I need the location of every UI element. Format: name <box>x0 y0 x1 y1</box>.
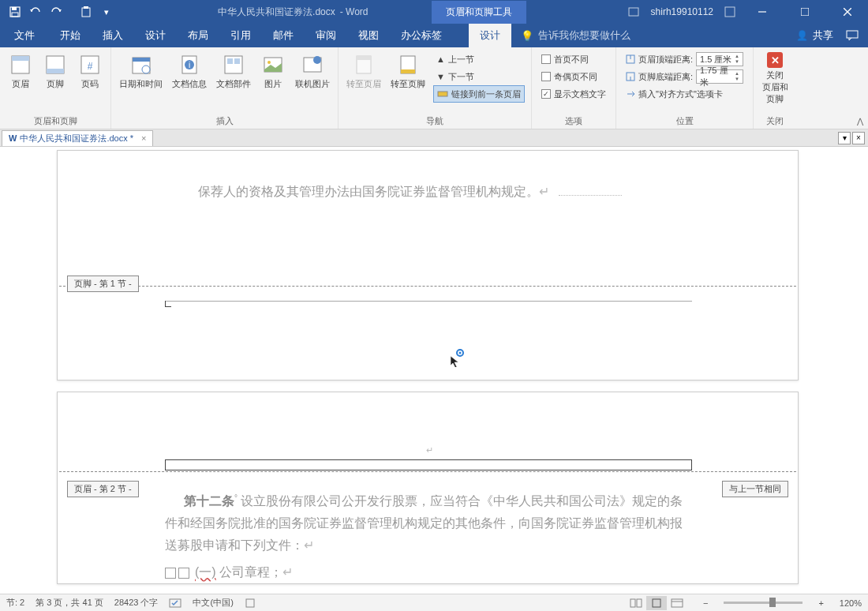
document-editor[interactable]: 保荐人的资格及其管理办法由国务院证券监督管理机构规定。↵ 页脚 - 第 1 节 … <box>0 147 868 594</box>
svg-point-30 <box>313 56 321 64</box>
status-page[interactable]: 第 3 页，共 41 页 <box>36 597 103 609</box>
zoom-out-button[interactable]: − <box>698 598 713 608</box>
close-window-button[interactable] <box>832 0 863 24</box>
svg-rect-11 <box>847 31 858 38</box>
svg-point-42 <box>459 352 462 354</box>
header-icon <box>8 52 33 77</box>
doc-parts-button[interactable]: 文档部件 <box>211 49 256 92</box>
view-buttons <box>626 596 687 610</box>
svg-rect-45 <box>630 599 635 607</box>
next-section-button[interactable]: ▼下一节 <box>433 68 525 85</box>
header-edit-box[interactable] <box>165 459 692 470</box>
header-button[interactable]: 页眉 <box>3 49 38 92</box>
tab-references[interactable]: 引用 <box>219 24 262 47</box>
tab-dropdown-button[interactable]: ▾ <box>838 132 851 144</box>
tellme-search[interactable]: 💡 告诉我你想要做什么 <box>511 28 796 43</box>
ribbon-display-icon[interactable] <box>724 6 735 17</box>
page-number-button[interactable]: # 页码 <box>73 49 107 92</box>
tab-hf-design[interactable]: 设计 <box>469 24 511 47</box>
statusbar: 节: 2 第 3 页，共 41 页 28423 个字 中文(中国) − + 12… <box>0 594 868 611</box>
svg-rect-3 <box>82 8 90 17</box>
touch-mode-icon[interactable] <box>627 6 640 17</box>
tab-office-tab[interactable]: 办公标签 <box>390 24 453 47</box>
mouse-cursor <box>449 348 465 367</box>
svg-rect-34 <box>401 69 415 73</box>
svg-rect-25 <box>227 58 233 64</box>
picture-button[interactable]: 图片 <box>256 49 290 92</box>
tab-mailings[interactable]: 邮件 <box>262 24 305 47</box>
page-2: ↵ 页眉 - 第 2 节 - 与上一节相同 第十二条° 设立股份有限公司公开发行… <box>57 392 799 584</box>
read-mode-button[interactable] <box>626 596 646 610</box>
tab-layout[interactable]: 布局 <box>177 24 219 47</box>
close-icon: ✕ <box>767 52 783 68</box>
collapse-ribbon-button[interactable]: ⋀ <box>857 117 863 126</box>
ribbon-group-headerfooter: 页眉 页脚 # 页码 页眉和页脚 <box>0 47 111 129</box>
link-previous-button[interactable]: 链接到前一条页眉 <box>433 85 525 103</box>
redo-button[interactable] <box>46 2 66 22</box>
status-section[interactable]: 节: 2 <box>6 597 24 609</box>
svg-rect-2 <box>12 13 18 17</box>
diff-odd-even-checkbox[interactable]: 奇偶页不同 <box>538 68 609 85</box>
macro-record-icon[interactable] <box>245 598 256 609</box>
share-button[interactable]: 共享 <box>813 28 833 43</box>
close-header-footer-button[interactable]: ✕ 关闭 页眉和页脚 <box>757 49 793 108</box>
doc-info-button[interactable]: i 文档信息 <box>167 49 211 92</box>
document-tab[interactable]: W 中华人民共和国证券法.docx * × <box>2 130 153 146</box>
footer-section-1-tag: 页脚 - 第 1 节 - <box>67 276 139 292</box>
status-word-count[interactable]: 28423 个字 <box>114 597 159 609</box>
svg-rect-48 <box>672 599 683 607</box>
svg-rect-44 <box>246 599 254 607</box>
svg-rect-35 <box>438 92 447 96</box>
quick-access-toolbar: ▾ <box>0 2 117 22</box>
tab-close-all-button[interactable]: × <box>852 132 865 144</box>
goto-header-button[interactable]: 转至页眉 <box>342 49 386 92</box>
tab-file[interactable]: 文件 <box>0 24 49 47</box>
diff-first-page-checkbox[interactable]: 首页不同 <box>538 51 609 68</box>
print-layout-button[interactable] <box>646 596 667 610</box>
svg-rect-5 <box>629 8 638 16</box>
document-tab-bar: W 中华人民共和国证券法.docx * × ▾ × <box>0 129 868 147</box>
page-1: 保荐人的资格及其管理办法由国务院证券监督管理机构规定。↵ 页脚 - 第 1 节 … <box>57 150 799 380</box>
tab-home[interactable]: 开始 <box>49 24 92 47</box>
ribbon-group-options: 首页不同 奇偶页不同 ✓显示文档文字 选项 <box>532 47 616 129</box>
zoom-slider[interactable] <box>724 602 803 604</box>
paste-button[interactable] <box>76 2 96 22</box>
tab-design[interactable]: 设计 <box>134 24 177 47</box>
svg-rect-15 <box>47 69 64 73</box>
svg-text:#: # <box>88 61 93 72</box>
proofing-icon[interactable] <box>169 598 181 609</box>
close-tab-button[interactable]: × <box>141 133 146 143</box>
footer-button[interactable]: 页脚 <box>38 49 73 92</box>
show-doc-text-checkbox[interactable]: ✓显示文档文字 <box>538 85 609 103</box>
svg-rect-26 <box>234 58 240 64</box>
maximize-button[interactable] <box>789 0 821 24</box>
svg-text:i: i <box>189 61 190 69</box>
footer-distance-input[interactable]: 1.75 厘米▲▼ <box>696 69 743 84</box>
insert-align-tab-button[interactable]: 插入"对齐方式"选项卡 <box>623 85 746 103</box>
paragraph-article12: 第十二条° 设立股份有限公司公开发行股票，应当符合《中华人民共和国公司法》规定的… <box>165 487 690 557</box>
save-button[interactable] <box>5 2 25 22</box>
goto-footer-button[interactable]: 转至页脚 <box>386 49 430 92</box>
online-picture-button[interactable]: 联机图片 <box>290 49 335 92</box>
tab-review[interactable]: 审阅 <box>305 24 347 47</box>
doc-parts-icon <box>221 52 246 77</box>
comments-icon[interactable] <box>846 30 859 41</box>
minimize-button[interactable] <box>746 0 778 24</box>
svg-rect-46 <box>637 599 642 607</box>
qat-customize-button[interactable]: ▾ <box>96 2 117 22</box>
svg-rect-32 <box>357 56 371 60</box>
tab-view[interactable]: 视图 <box>347 24 390 47</box>
zoom-in-button[interactable]: + <box>814 598 828 608</box>
align-tab-icon <box>626 89 635 99</box>
previous-section-button[interactable]: ▲上一节 <box>433 51 525 68</box>
svg-rect-47 <box>653 599 660 607</box>
zoom-level[interactable]: 120% <box>840 598 862 608</box>
web-layout-button[interactable] <box>667 596 687 610</box>
date-time-button[interactable]: 日期和时间 <box>114 49 167 92</box>
undo-button[interactable] <box>25 2 46 22</box>
status-language[interactable]: 中文(中国) <box>193 597 233 609</box>
footer-distance-icon <box>626 72 635 81</box>
document-title: 中华人民共和国证券法.docx <box>218 6 335 19</box>
doc-info-icon: i <box>177 52 202 77</box>
tab-insert[interactable]: 插入 <box>92 24 134 47</box>
